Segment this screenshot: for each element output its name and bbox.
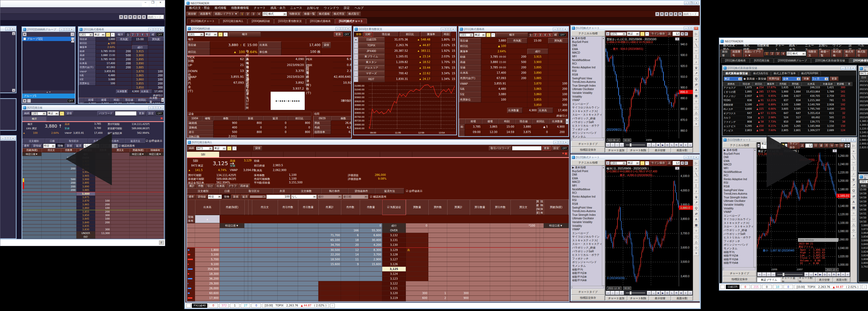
nav-R[interactable]: R [674, 143, 679, 147]
stock-code-input[interactable] [147, 15, 164, 19]
mini-button-グラフ[interactable]: グラフ [227, 184, 238, 188]
nav-«[interactable]: « [606, 143, 610, 147]
toolbar-button[interactable]: 株式取引 [856, 50, 867, 58]
radio-グロスコア[interactable]: ○ [354, 65, 358, 71]
chart-type-button[interactable]: チャートタイプ [571, 289, 605, 295]
horizontal-line-icon[interactable]: ─ [694, 48, 699, 53]
screen-switch-button[interactable]: 画切替 [720, 50, 730, 58]
indicator-item[interactable]: パラボリックSaR [572, 120, 605, 124]
alert-icon[interactable]: ♪ [694, 188, 699, 194]
prev-icon[interactable]: ◀ [681, 32, 684, 36]
next-icon[interactable]: ▶ [847, 144, 850, 148]
table-row[interactable]: 貸株残400000 [188, 125, 311, 130]
board-row[interactable]: 特定口座▼0成行0*100特定口座▼特定口座▼ [187, 223, 569, 228]
indicator-item[interactable]: RSI [724, 181, 756, 185]
indicator-item[interactable]: ボリンジャーバンド [572, 260, 605, 264]
page-button-3[interactable]: 3 [135, 33, 140, 36]
shrink-button[interactable]: 縮 [150, 32, 156, 37]
board-row[interactable]: 71,70066,6003,132 [187, 233, 569, 238]
tab-[6201]発注板ALL[interactable]: [6201]発注板ALL [219, 19, 248, 24]
nav-×[interactable]: × [683, 291, 688, 295]
list-item[interactable]: 14:56 [859, 208, 868, 212]
maximize-button[interactable]: ❐ [149, 1, 156, 6]
repay-button[interactable]: 返済 [241, 195, 249, 199]
menu-item[interactable]: 設定 [342, 6, 352, 10]
layout-dropdown[interactable]: 画面レイアウト ▼ [213, 12, 239, 16]
scroll-top-button[interactable]: ↑ [862, 285, 867, 289]
index-row[interactable]: ○REIT1,830.31▲24.171.34%15 [354, 76, 456, 82]
indicator-item[interactable]: サイコロジカルライン [572, 106, 605, 110]
triangle-icon[interactable]: △ [694, 239, 699, 245]
technical-indicator-button[interactable]: テクニカル指標 [723, 143, 756, 148]
nav-R[interactable]: R [832, 272, 836, 276]
radio-REIT[interactable]: ○ [354, 76, 358, 82]
index-name[interactable]: 東スタン [358, 60, 385, 65]
indicator-item[interactable]: NickMNxtMove [572, 58, 605, 62]
indicator-item[interactable]: フィボナッチ [572, 257, 605, 260]
page-button-5[interactable]: 5 [548, 33, 552, 37]
board-row[interactable]: 5,70018,500112,9003,127 [187, 257, 569, 262]
account-tab-sbi[interactable]: SBI [187, 152, 219, 157]
board-row[interactable]: 合計 [22, 235, 164, 239]
indicator-item[interactable]: EMA [724, 159, 756, 163]
memo-icon[interactable]: ✎ [645, 161, 649, 165]
index-name[interactable]: 東プライム [358, 54, 385, 60]
stock-row[interactable]: アンビス2,803▲ 1987.60%2,8052,8011,309,5772,… [723, 129, 856, 133]
print-icon[interactable]: ▦ [664, 12, 669, 16]
board-row[interactable]: 18,3003,124 [187, 272, 569, 276]
confirm-screen-checkbox[interactable]: ☑ 確認画面有 [370, 195, 386, 199]
close-button[interactable]: × [694, 27, 699, 30]
trash-icon[interactable]: ▣ [23, 99, 27, 103]
settings-button[interactable]: 設定 [552, 146, 560, 150]
stock-row[interactable]: ギグワクス647▲ 6711.55%6476475,355,41461532 [723, 112, 856, 116]
board-row[interactable]: 60,6003,1203001300 [187, 291, 569, 296]
memo-icon[interactable]: ✎ [111, 33, 115, 37]
market-combo[interactable]: 東証▼ [474, 33, 486, 37]
quote-icon[interactable]: Q [694, 205, 699, 211]
tab-[2011]株式価格表[interactable]: [2011]株式価格表 [306, 19, 335, 24]
search-icon[interactable]: ⌕ [106, 33, 110, 37]
chart-type-button[interactable]: チャートタイプ [723, 271, 756, 276]
maximize-button[interactable]: □ [153, 28, 158, 31]
indicator-item[interactable]: True Strength Index [724, 196, 756, 199]
indicator-item[interactable]: エンベロープ [572, 231, 605, 235]
chart-button-画面分割[interactable]: 画面分割 [671, 148, 693, 153]
vertical-line-icon[interactable]: │ [694, 183, 699, 188]
ts-row[interactable]: 高3,8503,88014:593,8750100 [459, 135, 568, 136]
maximize-button[interactable]: □ [846, 66, 850, 70]
list-item[interactable]: 2023/10/0 [859, 92, 868, 96]
order-type-stop[interactable]: 逆指値 [196, 195, 207, 199]
scrollbar-vertical[interactable]: ▲ [566, 119, 568, 124]
index-name[interactable]: 日経225 [358, 37, 385, 43]
code-combo[interactable]: 1375▼ [610, 32, 626, 36]
nav-⊕[interactable]: ⊕ [836, 272, 841, 276]
scrollbar-vertical[interactable]: ▲ [161, 98, 164, 102]
bar-count-input[interactable] [673, 32, 680, 36]
board-row[interactable]: 1,80030,500128,3003,129高 [187, 247, 569, 252]
radio-東スタン[interactable]: ○ [354, 60, 358, 65]
close-button[interactable]: × [69, 28, 74, 31]
list-item[interactable]: 2023/10/0 [859, 80, 868, 84]
regression-icon[interactable]: ↗ [851, 182, 857, 188]
scrollbar-horizontal[interactable]: ‹› [723, 267, 756, 271]
close-button[interactable]: × [563, 28, 567, 31]
tab-[2034]株価強度分析[interactable]: [2034]株価強度分析 [849, 58, 868, 63]
ts-row[interactable]: 09:0012:3014:593,8750200 [459, 129, 568, 135]
ellipse-icon[interactable]: ○ [694, 228, 699, 233]
indicator-save-button[interactable]: 指標設定保存 [723, 276, 756, 282]
close-button[interactable]: × [158, 106, 163, 110]
show-all-quotes-checkbox[interactable]: ☑ 全呼値表示 [146, 138, 162, 144]
close-button[interactable]: × [851, 66, 856, 70]
technical-indicator-button[interactable]: テクニカル指標 [571, 31, 605, 36]
index-name[interactable]: JPX400 [358, 48, 385, 54]
clear-icon[interactable]: × [694, 121, 699, 127]
trash-icon[interactable]: ▼▣ [560, 152, 569, 157]
close-button[interactable]: × [10, 27, 15, 31]
eraser-icon[interactable]: ◇ [851, 227, 857, 233]
indicator-item[interactable]: ヒストリカル・ボラテ [724, 236, 756, 240]
board-row[interactable]: 3,865200 [22, 203, 164, 206]
nav-D[interactable]: D [665, 291, 670, 295]
list-item[interactable]: 2023/09/2 [859, 108, 868, 112]
indicator-item[interactable]: Volatility [572, 95, 605, 99]
memo-icon[interactable]: ✎ [491, 33, 495, 37]
